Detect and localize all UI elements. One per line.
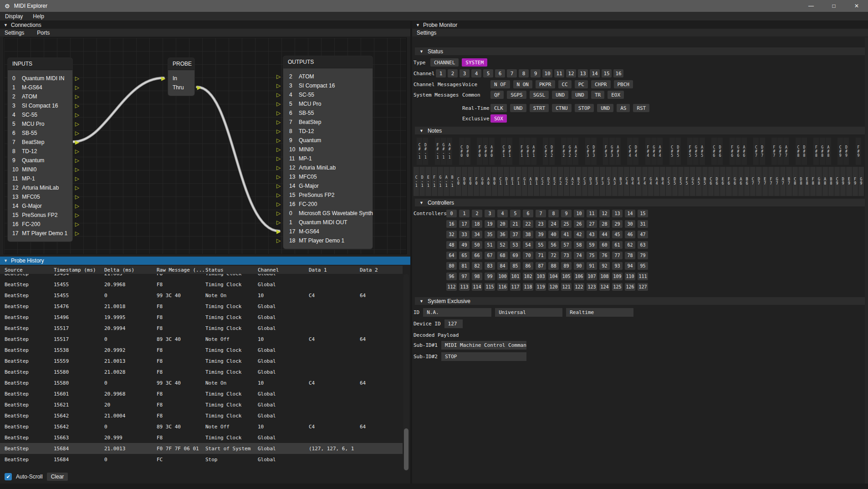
controller-button[interactable]: 90 — [574, 262, 584, 270]
output-port-pin-icon[interactable]: ▷ — [276, 127, 281, 136]
controller-button[interactable]: 7 — [536, 210, 546, 217]
port-row[interactable]: ▷15PreSonus FP2 — [283, 190, 373, 200]
port-row[interactable]: ▷3SI Compact 16 — [283, 81, 373, 90]
controller-button[interactable]: 78 — [625, 252, 635, 259]
controller-button[interactable]: 9 — [561, 210, 572, 217]
controller-button[interactable]: 127 — [638, 283, 648, 291]
column-header[interactable]: Raw Message (... — [157, 267, 205, 273]
controller-button[interactable]: 25 — [561, 220, 572, 228]
output-port-pin-icon[interactable]: ▷ — [276, 200, 281, 209]
history-row[interactable]: BeatStep15455099 3C 40Note On10C464 — [0, 290, 403, 301]
output-port-pin-icon[interactable]: ▷ — [276, 209, 281, 218]
controller-button[interactable]: 83 — [485, 262, 495, 270]
history-row[interactable]: BeatStep1560120.9968F8Timing ClockGlobal — [0, 388, 403, 399]
controller-button[interactable]: 104 — [548, 273, 559, 280]
maximize-button[interactable]: □ — [822, 3, 845, 9]
minimize-button[interactable]: — — [800, 3, 822, 9]
message-type-button[interactable]: AS — [617, 104, 630, 112]
input-port-pin-icon[interactable]: ▷ — [75, 165, 79, 174]
controller-button[interactable]: 26 — [574, 220, 584, 228]
controller-button[interactable]: 67 — [485, 252, 495, 259]
auto-scroll-checkbox[interactable]: ✔ — [5, 473, 12, 480]
controller-button[interactable]: 42 — [574, 231, 584, 238]
controller-button[interactable]: 114 — [472, 283, 482, 291]
channel-button[interactable]: 9 — [531, 69, 541, 77]
message-type-button[interactable]: CHPR — [591, 80, 611, 88]
controller-button[interactable]: 40 — [548, 231, 559, 238]
controller-button[interactable]: 92 — [599, 262, 610, 270]
port-row[interactable]: ▷13MFC05 — [283, 172, 373, 181]
controller-button[interactable]: 76 — [599, 252, 610, 259]
controller-button[interactable]: 22 — [523, 220, 533, 228]
column-header[interactable]: Data 1 — [309, 267, 360, 273]
tab-ports[interactable]: Ports — [37, 30, 50, 36]
monitor-scrollbar[interactable] — [865, 37, 868, 489]
port-row[interactable]: ▷1Quantum MIDI OUT — [283, 218, 373, 227]
controller-button[interactable]: 74 — [574, 252, 584, 259]
port-row[interactable]: ▷0Microsoft GS Wavetable Synth — [283, 209, 373, 218]
channel-button[interactable]: 14 — [590, 69, 600, 77]
port-row[interactable]: ▷14G-Major — [283, 181, 373, 190]
input-port-pin-icon[interactable]: ▶ — [75, 138, 79, 147]
port-row[interactable]: 17MT Player Demo 1▷ — [8, 229, 72, 238]
menu-item-help[interactable]: Help — [28, 13, 49, 20]
port-row[interactable]: ▷10MINI0 — [283, 145, 373, 154]
port-row[interactable]: 15PreSonus FP2▷ — [8, 211, 72, 220]
inputs-node[interactable]: INPUTS 0Quantum MIDI IN▷1M-GS64▷2ATOM▷3S… — [8, 58, 72, 242]
controller-button[interactable]: 52 — [497, 241, 508, 249]
controller-button[interactable]: 79 — [638, 252, 648, 259]
controller-button[interactable]: 0 — [446, 210, 457, 217]
controller-button[interactable]: 47 — [638, 231, 648, 238]
message-type-button[interactable]: SGPS — [507, 91, 526, 99]
message-type-button[interactable]: PBCH — [614, 80, 633, 88]
controller-button[interactable]: 8 — [548, 210, 559, 217]
controller-button[interactable]: 17 — [459, 220, 470, 228]
message-type-button[interactable]: EOX — [608, 91, 624, 99]
output-port-pin-icon[interactable]: ▷ — [276, 108, 281, 118]
controller-button[interactable]: 63 — [638, 241, 648, 249]
type-system-button[interactable]: SYSTEM — [462, 58, 487, 67]
controller-button[interactable]: 98 — [472, 273, 482, 280]
controller-button[interactable]: 45 — [612, 231, 623, 238]
wire-beatstep-to-probe[interactable] — [73, 78, 163, 142]
probe-pin-row[interactable]: ▶In — [168, 74, 194, 83]
controller-button[interactable]: 75 — [587, 252, 597, 259]
output-port-pin-icon[interactable]: ▷ — [276, 172, 281, 181]
outputs-node[interactable]: OUTPUTS ▷2ATOM▷3SI Compact 16▷4SC-55▷5MC… — [283, 56, 373, 249]
channel-button[interactable]: 7 — [507, 69, 517, 77]
controller-button[interactable]: 119 — [536, 283, 546, 291]
controller-button[interactable]: 39 — [536, 231, 546, 238]
controller-button[interactable]: 55 — [536, 241, 546, 249]
column-header[interactable]: Delta (ms) — [104, 267, 157, 273]
port-row[interactable]: ▷2ATOM — [283, 72, 373, 81]
controller-button[interactable]: 34 — [472, 231, 482, 238]
message-type-button[interactable]: N ON — [513, 80, 533, 88]
controller-button[interactable]: 81 — [459, 262, 470, 270]
controller-button[interactable]: 117 — [510, 283, 521, 291]
input-port-pin-icon[interactable]: ▷ — [75, 92, 79, 101]
port-row[interactable]: ▷7BeatStep — [283, 118, 373, 127]
controller-button[interactable]: 89 — [561, 262, 572, 270]
port-row[interactable]: ▷4SC-55 — [283, 90, 373, 99]
controller-button[interactable]: 46 — [625, 231, 635, 238]
channel-button[interactable]: 2 — [448, 69, 458, 77]
channel-button[interactable]: 8 — [519, 69, 529, 77]
controller-button[interactable]: 65 — [459, 252, 470, 259]
port-row[interactable]: 11MP-1▷ — [8, 174, 72, 183]
column-header[interactable]: Source — [5, 267, 54, 273]
channel-button[interactable]: 13 — [578, 69, 588, 77]
message-type-button[interactable]: UND — [597, 104, 613, 112]
controller-button[interactable]: 124 — [599, 283, 610, 291]
message-type-button[interactable]: UND — [510, 104, 526, 112]
controller-button[interactable]: 20 — [497, 220, 508, 228]
controller-button[interactable]: 6 — [523, 210, 533, 217]
history-row[interactable]: BeatStep1553820.9992F8Timing ClockGlobal — [0, 345, 403, 355]
sysex-id-universal-field[interactable]: Universal — [495, 308, 562, 317]
channel-button[interactable]: 3 — [460, 69, 470, 77]
history-table[interactable]: BeatStep1543421.003F8Timing ClockGlobalB… — [0, 274, 403, 471]
probe-history-header[interactable]: ▼ Probe History — [0, 257, 410, 265]
port-row[interactable]: 7BeatStep▶ — [8, 138, 72, 147]
history-row[interactable]: BeatStep15580099 3C 40Note On10C464 — [0, 377, 403, 388]
controller-button[interactable]: 71 — [536, 252, 546, 259]
sysex-section-header[interactable]: ▼ System Exclusive — [415, 297, 865, 305]
